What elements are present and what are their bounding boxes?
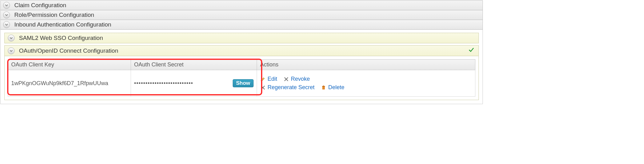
revoke-link[interactable]: Revoke <box>283 76 310 82</box>
col-header-secret: OAuth Client Secret <box>131 60 257 70</box>
section-label: Claim Configuration <box>14 2 66 9</box>
sub-header-label: SAML2 Web SSO Configuration <box>19 35 475 41</box>
delete-label: Delete <box>328 84 344 91</box>
oauth-details-box: OAuth Client Key OAuth Client Secret Act… <box>4 56 479 100</box>
section-header-role[interactable]: Role/Permission Configuration <box>0 10 483 20</box>
client-key-cell: 1wPKgnOGWuNp9kf6D7_1RfpwUUwa <box>8 70 131 97</box>
chevron-down-icon <box>8 35 15 41</box>
sub-header-saml[interactable]: SAML2 Web SSO Configuration <box>4 33 479 43</box>
revoke-label: Revoke <box>291 76 310 82</box>
actions-cell: Edit Revoke <box>257 70 475 97</box>
chevron-down-icon <box>3 12 10 18</box>
regenerate-secret-link[interactable]: Regenerate Secret <box>260 84 315 91</box>
section-header-inbound[interactable]: Inbound Authentication Configuration <box>0 20 483 30</box>
sub-header-oauth[interactable]: OAuth/OpenID Connect Configuration <box>4 45 479 56</box>
chevron-down-icon <box>8 47 15 54</box>
client-secret-masked: •••••••••••••••••••••••••• <box>134 80 193 87</box>
oauth-table: OAuth Client Key OAuth Client Secret Act… <box>8 59 475 97</box>
col-header-key: OAuth Client Key <box>8 60 131 70</box>
edit-link[interactable]: Edit <box>260 76 277 82</box>
edit-label: Edit <box>268 76 277 82</box>
client-secret-cell: •••••••••••••••••••••••••• Show <box>131 70 257 97</box>
regenerate-label: Regenerate Secret <box>268 84 315 91</box>
inbound-panel: SAML2 Web SSO Configuration OAuth/OpenID… <box>0 30 483 104</box>
regenerate-icon <box>260 85 266 90</box>
svg-rect-2 <box>323 85 324 86</box>
edit-icon <box>260 76 266 82</box>
section-label: Role/Permission Configuration <box>14 12 94 18</box>
svg-rect-0 <box>322 87 325 89</box>
section-header-claim[interactable]: Claim Configuration <box>0 0 483 10</box>
chevron-down-icon <box>3 2 10 9</box>
show-secret-button[interactable]: Show <box>233 79 254 87</box>
table-row: 1wPKgnOGWuNp9kf6D7_1RfpwUUwa •••••••••••… <box>8 70 475 97</box>
sub-header-label: OAuth/OpenID Connect Configuration <box>19 47 469 54</box>
revoke-icon <box>283 76 289 82</box>
check-icon <box>469 47 474 54</box>
section-label: Inbound Authentication Configuration <box>14 21 111 28</box>
chevron-down-icon <box>3 21 10 28</box>
trash-icon <box>321 85 326 90</box>
col-header-actions: Actions <box>257 60 475 70</box>
delete-link[interactable]: Delete <box>321 84 344 91</box>
